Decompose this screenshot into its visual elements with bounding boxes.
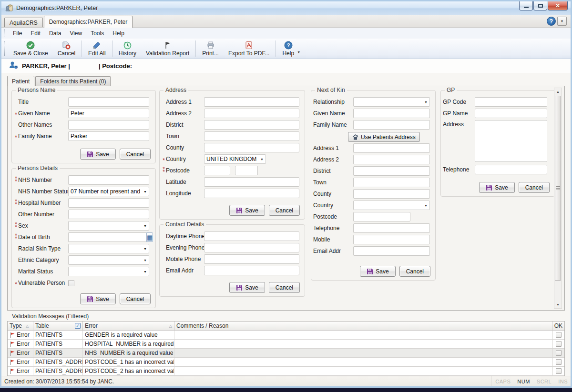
table-row[interactable]: Error PATIENTS_ADDRESS POSTCODE_1 has an…	[8, 358, 564, 367]
table-row[interactable]: Error PATIENTS GENDER is a required valu…	[8, 331, 564, 340]
nhs-number-input[interactable]	[68, 175, 149, 185]
ethnic-category-select[interactable]: ▼	[68, 255, 149, 265]
cancel-button[interactable]: Cancel	[519, 182, 550, 193]
ok-checkbox[interactable]	[556, 359, 562, 365]
family-name-input[interactable]	[68, 131, 149, 141]
help-dropdown-button[interactable]: ▼	[557, 17, 567, 26]
cancel-button[interactable]: Cancel	[269, 205, 300, 216]
save-button[interactable]: Save	[360, 266, 395, 277]
mobile-phone-input[interactable]	[204, 254, 299, 264]
calendar-button[interactable]: ▦	[146, 232, 153, 242]
history-button[interactable]: History	[114, 40, 141, 58]
marital-status-select[interactable]: ▼	[68, 267, 149, 276]
menu-data[interactable]: Data	[45, 29, 65, 38]
nok-email-addr-input[interactable]	[353, 246, 430, 256]
given-name-input[interactable]	[68, 109, 149, 118]
help-caret-icon[interactable]: ▼	[297, 50, 300, 54]
address1-input[interactable]	[204, 97, 299, 107]
county-input[interactable]	[204, 143, 299, 152]
table-row[interactable]: Error PATIENTS HOSPITAL_NUMBER is a requ…	[8, 340, 564, 349]
sex-select[interactable]: ▼	[68, 221, 149, 231]
title-input[interactable]	[68, 97, 149, 107]
menu-help[interactable]: Help	[108, 29, 129, 38]
help-button[interactable]: ? Help	[277, 40, 299, 58]
scroll-down-icon[interactable]: ▼	[554, 301, 562, 308]
nok-mobile-input[interactable]	[353, 235, 430, 244]
help-icon[interactable]: ?	[547, 17, 556, 26]
nok-family-name-input[interactable]	[353, 120, 430, 130]
maximize-button[interactable]	[533, 1, 547, 10]
cancel-button[interactable]: Cancel	[53, 40, 80, 58]
address2-input[interactable]	[204, 109, 299, 118]
nok-country-select[interactable]: ▼	[353, 201, 430, 210]
cancel-button[interactable]: Cancel	[120, 293, 151, 304]
scroll-up-icon[interactable]: ▲	[554, 88, 562, 95]
save-close-button[interactable]: Save & Close	[9, 40, 53, 58]
date-of-birth-input[interactable]	[68, 232, 146, 242]
other-number-input[interactable]	[68, 210, 149, 219]
table-row[interactable]: Error PATIENTS NHS_NUMBER is a required …	[8, 349, 564, 358]
postcode2-input[interactable]	[235, 166, 258, 175]
ok-checkbox[interactable]	[556, 341, 562, 347]
save-button[interactable]: Save	[80, 149, 115, 160]
close-button[interactable]: ✕	[548, 1, 568, 10]
town-input[interactable]	[204, 131, 299, 141]
save-button[interactable]: Save	[229, 282, 265, 293]
ok-checkbox[interactable]	[556, 368, 562, 374]
email-addr-input[interactable]	[204, 266, 299, 275]
column-header-type[interactable]: Type△	[8, 322, 33, 330]
menu-view[interactable]: View	[65, 29, 86, 38]
minimize-button[interactable]	[519, 1, 533, 10]
save-button[interactable]: Save	[479, 182, 514, 193]
menu-tools[interactable]: Tools	[86, 29, 108, 38]
nhs-number-status-select[interactable]: 07 Number not present and trac▼	[68, 187, 149, 196]
nok-postcode-input[interactable]	[353, 212, 410, 221]
country-select[interactable]: UNITED KINGDOM▼	[204, 154, 266, 164]
export-pdf-button[interactable]: Export To PDF...	[224, 40, 274, 58]
daytime-phone-input[interactable]	[204, 231, 299, 241]
racial-skin-type-select[interactable]: ▼	[68, 244, 149, 253]
edit-all-button[interactable]: Edit All	[83, 40, 111, 58]
tab-aquilacrs[interactable]: AquilaCRS	[4, 18, 43, 27]
latitude-input[interactable]	[204, 177, 299, 187]
nok-given-name-input[interactable]	[353, 109, 430, 118]
validation-report-button[interactable]: Validation Report	[141, 40, 194, 58]
column-header-comments[interactable]: Comments / Reason	[174, 322, 552, 330]
evening-phone-input[interactable]	[204, 243, 299, 252]
nok-telephone-input[interactable]	[353, 223, 430, 233]
tab-folders[interactable]: Folders for this Patient (0)	[35, 76, 111, 86]
other-names-input[interactable]	[68, 120, 149, 130]
table-row[interactable]: Error PATIENTS_ADDRESS POSTCODE_2 has an…	[8, 367, 564, 376]
postcode1-input[interactable]	[204, 166, 230, 175]
scrollbar-thumb[interactable]	[555, 96, 561, 281]
cancel-button[interactable]: Cancel	[120, 149, 151, 160]
save-button[interactable]: Save	[80, 293, 115, 304]
ok-checkbox[interactable]	[556, 332, 562, 338]
use-patients-address-button[interactable]: Use Patients Address	[348, 132, 420, 142]
nok-address1-input[interactable]	[353, 143, 430, 153]
cancel-button[interactable]: Cancel	[399, 266, 430, 277]
longitude-input[interactable]	[204, 189, 299, 198]
menu-edit[interactable]: Edit	[26, 29, 45, 38]
nok-relationship-select[interactable]: ▼	[353, 97, 430, 107]
hospital-number-input[interactable]	[68, 198, 149, 208]
menu-file[interactable]: File	[9, 29, 26, 38]
print-button[interactable]: Print...	[197, 40, 224, 58]
gp-code-input[interactable]	[475, 97, 547, 107]
gp-address-textarea[interactable]	[475, 120, 547, 162]
cancel-button[interactable]: Cancel	[269, 282, 300, 293]
nok-county-input[interactable]	[353, 189, 430, 199]
filter-icon[interactable]: ✓	[75, 323, 81, 329]
gp-telephone-input[interactable]	[475, 165, 547, 174]
nok-town-input[interactable]	[353, 178, 430, 187]
column-header-error[interactable]: Error△	[83, 322, 174, 330]
tab-patient[interactable]: Patient	[7, 76, 34, 86]
gp-name-input[interactable]	[475, 109, 547, 118]
ok-checkbox[interactable]	[556, 350, 562, 356]
tab-demographics[interactable]: Demographics:PARKER, Peter	[44, 16, 133, 28]
nok-district-input[interactable]	[353, 166, 430, 176]
column-header-ok[interactable]: OK	[552, 322, 564, 330]
form-scrollbar[interactable]: ▲ ▼	[554, 88, 562, 309]
save-button[interactable]: Save	[229, 205, 265, 216]
nok-address2-input[interactable]	[353, 155, 430, 164]
